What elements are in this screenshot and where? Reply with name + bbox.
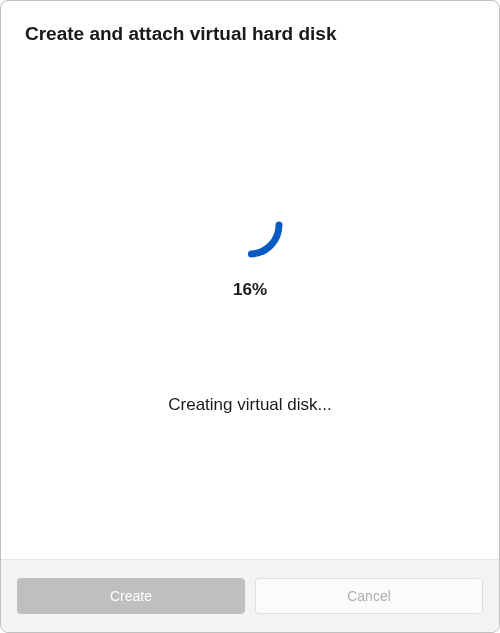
- progress-percent: 16%: [233, 280, 267, 300]
- cancel-button[interactable]: Cancel: [255, 578, 483, 614]
- svg-point-0: [221, 196, 279, 254]
- progress-spinner: [205, 180, 295, 270]
- create-button[interactable]: Create: [17, 578, 245, 614]
- spinner-icon: [217, 192, 283, 258]
- dialog-header: Create and attach virtual hard disk: [1, 1, 499, 45]
- dialog-title: Create and attach virtual hard disk: [25, 23, 475, 45]
- progress-status-text: Creating virtual disk...: [168, 395, 331, 415]
- dialog-footer: Create Cancel: [1, 559, 499, 632]
- dialog-content: 16% Creating virtual disk...: [1, 45, 499, 559]
